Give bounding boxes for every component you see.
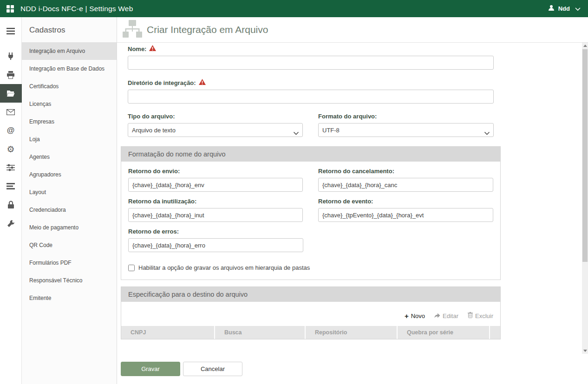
retorno-evento-label: Retorno de evento: [318, 198, 493, 205]
required-warning-icon [149, 45, 156, 52]
sidebar-item-formularios-pdf[interactable]: Formulários PDF [22, 254, 117, 272]
printer-icon[interactable] [0, 65, 22, 84]
envelope-icon[interactable] [0, 103, 22, 121]
sidebar-item-qr-code[interactable]: QR Code [22, 236, 117, 254]
folder-icon[interactable] [0, 84, 22, 103]
user-name: Ndd [558, 5, 570, 12]
excluir-button[interactable]: Excluir [468, 312, 493, 319]
sidebar-item-certificados[interactable]: Certificados [22, 78, 117, 95]
edit-arrow-icon [434, 312, 440, 319]
sidebar-item-credenciadora[interactable]: Credenciadora [22, 201, 117, 219]
tipo-arquivo-label: Tipo do arquivo: [128, 113, 303, 120]
chevron-down-icon [575, 5, 581, 13]
app-logo-icon[interactable] [7, 5, 14, 13]
sidebar-item-empresas[interactable]: Empresas [22, 113, 117, 130]
form-scroll-area: Nome: Diretório de integração: Tipo do a… [117, 43, 588, 354]
nome-input[interactable] [128, 56, 494, 70]
column-header-repositorio: Repositório [306, 326, 398, 339]
at-sign-icon[interactable]: @ [0, 121, 22, 140]
scroll-down-button[interactable] [582, 348, 588, 354]
retorno-cancelamento-label: Retorno do cancelamento: [318, 168, 493, 175]
page-header: Criar Integração em Arquivo [117, 17, 588, 43]
nome-label: Nome: [128, 45, 494, 52]
user-menu[interactable]: Ndd [548, 4, 581, 13]
column-header-cnpj: CNPJ [121, 326, 215, 339]
retorno-erros-input[interactable] [128, 238, 303, 252]
retorno-evento-input[interactable] [318, 208, 493, 222]
spec-table-header-row: CNPJ Busca Repositório Quebra por série [121, 326, 500, 339]
panel-especificacao: Especificação para o destino do arquivo … [121, 286, 501, 339]
lock-icon[interactable] [0, 195, 22, 214]
hierarquia-checkbox-row: Habilitar a opção de gravar os arquivos … [128, 264, 493, 271]
page-title: Criar Integração em Arquivo [147, 24, 268, 35]
retorno-envio-label: Retorno do envio: [128, 168, 303, 175]
sidebar-item-agentes[interactable]: Agentes [22, 148, 117, 166]
sidebar-item-responsavel-tecnico[interactable]: Responsável Técnico [22, 272, 117, 289]
menu-toggle-icon[interactable] [0, 22, 22, 40]
app-title: NDD i-Docs NFC-e | Settings Web [20, 5, 133, 13]
hierarquia-checkbox[interactable] [128, 265, 135, 271]
diretorio-label: Diretório de integração: [128, 79, 494, 86]
plus-icon: + [405, 312, 409, 319]
sidebar-item-emitente[interactable]: Emitente [22, 289, 117, 307]
retorno-inutilizacao-input[interactable] [128, 208, 303, 222]
cancelar-button[interactable]: Cancelar [183, 362, 242, 376]
vertical-scrollbar[interactable] [582, 43, 588, 354]
sidebar-item-loja[interactable]: Loja [22, 130, 117, 148]
sidebar-item-integracao-base-dados[interactable]: Integração em Base de Dados [22, 60, 117, 78]
panel-formatacao: Formatação do nome do arquivo Retorno do… [121, 146, 501, 280]
trash-icon [468, 312, 473, 319]
sidebar: Cadastros Integração em Arquivo Integraç… [22, 17, 117, 384]
sidebar-title: Cadastros [22, 17, 117, 42]
integration-plug-icon[interactable] [0, 47, 22, 65]
editar-button[interactable]: Editar [434, 312, 458, 319]
sidebar-item-agrupadores[interactable]: Agrupadores [22, 166, 117, 183]
form-actions: Gravar Cancelar [117, 354, 588, 384]
novo-button[interactable]: + Novo [405, 312, 425, 319]
sidebar-item-layout[interactable]: Layout [22, 183, 117, 201]
scrollbar-thumb[interactable] [582, 49, 588, 262]
tipo-arquivo-select[interactable]: Arquivo de texto [128, 123, 303, 137]
spec-toolbar: + Novo Editar Excluir [121, 302, 500, 326]
column-header-filler [490, 326, 500, 339]
user-icon [548, 4, 555, 13]
retorno-cancelamento-input[interactable] [318, 178, 493, 192]
sidebar-item-meio-pagamento[interactable]: Meio de pagamento [22, 219, 117, 236]
gear-icon[interactable]: ⚙ [0, 140, 22, 158]
integration-icon [122, 19, 143, 40]
retorno-erros-label: Retorno de erros: [128, 228, 303, 235]
column-header-busca: Busca [215, 326, 306, 339]
panel-especificacao-title: Especificação para o destino do arquivo [121, 287, 500, 302]
wrench-icon[interactable] [0, 214, 22, 233]
retorno-envio-input[interactable] [128, 178, 303, 192]
sliders-icon[interactable] [0, 158, 22, 177]
main-content: Criar Integração em Arquivo Nome: Diretó… [117, 17, 588, 384]
sidebar-item-integracao-arquivo[interactable]: Integração em Arquivo [22, 42, 117, 60]
required-warning-icon [199, 79, 206, 86]
icon-rail: @ ⚙ [0, 17, 22, 384]
formato-arquivo-select[interactable]: UTF-8 [318, 123, 494, 137]
sidebar-item-licencas[interactable]: Licenças [22, 95, 117, 113]
retorno-inutilizacao-label: Retorno da inutilização: [128, 198, 303, 205]
scroll-up-button[interactable] [582, 43, 588, 49]
panel-formatacao-title: Formatação do nome do arquivo [121, 147, 500, 162]
topbar: NDD i-Docs NFC-e | Settings Web Ndd [0, 0, 588, 17]
layers-icon[interactable] [0, 177, 22, 195]
column-header-quebra-serie: Quebra por série [398, 326, 490, 339]
diretorio-input[interactable] [128, 90, 494, 104]
gravar-button[interactable]: Gravar [121, 362, 180, 376]
hierarquia-checkbox-label: Habilitar a opção de gravar os arquivos … [138, 264, 310, 271]
formato-arquivo-label: Formato do arquivo: [318, 113, 494, 120]
